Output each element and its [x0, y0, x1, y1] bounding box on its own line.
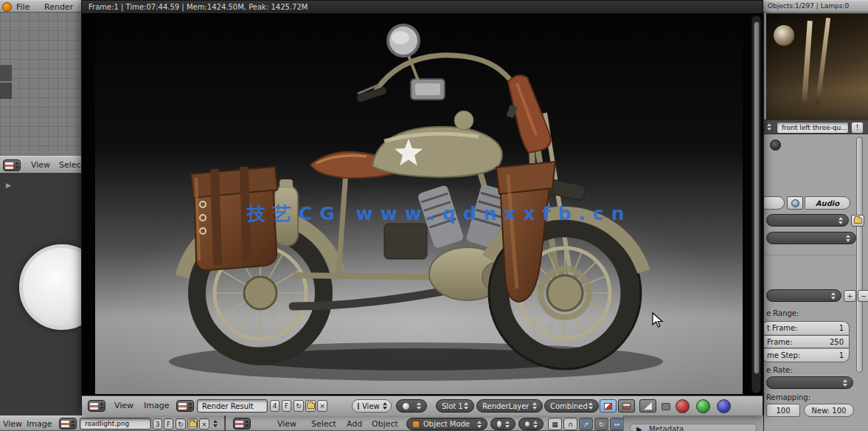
editor-type-button[interactable]: [59, 418, 77, 430]
audio-sibling-button[interactable]: [763, 196, 785, 210]
color-alpha-toggle[interactable]: [618, 399, 635, 413]
alpha-ramp-toggle[interactable]: [639, 399, 656, 413]
render-scrollbar[interactable]: [751, 15, 761, 393]
save-image-button[interactable]: [305, 400, 316, 412]
photo-vignette: [766, 90, 868, 120]
display-mode-label: View: [362, 402, 380, 410]
sphere-dropdown[interactable]: [396, 399, 427, 413]
manipulator-scale-button[interactable]: ↔: [610, 418, 623, 430]
unlink-button[interactable]: ×: [199, 418, 209, 430]
datablock-icon: [178, 403, 187, 410]
open-folder-button[interactable]: [851, 215, 864, 227]
fake-user-button[interactable]: F: [282, 400, 291, 412]
speaker-icon: [791, 199, 799, 207]
browse-datablock-button[interactable]: [176, 400, 194, 412]
unlink-button[interactable]: ×: [317, 400, 327, 412]
mode-label: Object Mode: [423, 420, 470, 428]
image-datablock-field[interactable]: roadlight.png: [80, 418, 151, 430]
refresh-button[interactable]: ↻: [294, 400, 304, 412]
format-dropdown[interactable]: [766, 232, 856, 244]
menu-render[interactable]: Render: [44, 0, 73, 13]
remove-preset-button[interactable]: −: [858, 290, 868, 302]
image-name-bar: front left three-qu... !: [764, 120, 868, 134]
3d-viewport-grid[interactable]: [0, 13, 81, 156]
viewport-object-dark: [0, 83, 12, 99]
render-canvas[interactable]: 技艺CG www.qdnxxfb.cn: [82, 14, 763, 396]
manipulator-translate-button[interactable]: ↗: [579, 418, 593, 430]
slot-dropdown[interactable]: Slot 1: [436, 399, 474, 413]
end-frame-value: 250: [830, 338, 844, 346]
snap-magnet-button[interactable]: ∩: [563, 418, 577, 430]
remap-old-field[interactable]: 100: [766, 404, 800, 417]
pass-label: Combined: [550, 402, 588, 410]
frame-rate-dropdown[interactable]: [766, 376, 853, 389]
menu-view[interactable]: View: [277, 416, 296, 431]
menu-view[interactable]: View: [114, 398, 133, 413]
green-channel-button[interactable]: [696, 399, 710, 413]
refresh-button[interactable]: ↻: [176, 418, 186, 430]
panel-collapse-arrow-icon[interactable]: ▶: [6, 182, 11, 189]
blue-channel-button[interactable]: [717, 399, 731, 413]
output-dropdown[interactable]: [766, 214, 849, 227]
editor-type-button[interactable]: [3, 159, 21, 171]
folder-icon: [307, 403, 315, 409]
menu-file[interactable]: File: [16, 0, 29, 13]
menu-select[interactable]: Select: [59, 157, 81, 173]
menu-add[interactable]: Add: [347, 416, 362, 431]
info-header-right: Objects:1/297 | Lamps:0: [763, 0, 868, 13]
speaker-button[interactable]: [787, 196, 803, 210]
frame-rate-label: e Rate:: [766, 366, 793, 374]
remap-new-field[interactable]: New: 100: [804, 404, 854, 417]
render-result-field[interactable]: Render Result: [197, 399, 268, 413]
shading-dropdown[interactable]: [490, 418, 515, 430]
audio-button[interactable]: Audio: [805, 196, 850, 210]
open-image-button[interactable]: [187, 418, 198, 430]
menu-view[interactable]: View: [31, 157, 50, 173]
panel-scrollbar[interactable]: [856, 137, 863, 373]
manipulator-rotate-button[interactable]: ↻: [594, 418, 608, 430]
render-stats-bar: Frame:1 | Time:07:44.59 | Mem:1424.50M, …: [82, 1, 763, 14]
blender-screen: File Render View Select ▶ Objects:1/297 …: [0, 0, 868, 431]
updown-arrows-icon: [532, 402, 537, 410]
menu-image[interactable]: Image: [144, 398, 169, 413]
frame-range-label: e Range:: [766, 309, 799, 317]
start-frame-field[interactable]: t Frame: 1: [763, 321, 850, 334]
red-channel-button[interactable]: [676, 399, 690, 413]
frame-step-field[interactable]: me Step: 1: [763, 349, 850, 362]
render-layer-dropdown[interactable]: RenderLayer: [476, 399, 543, 413]
pivot-dropdown[interactable]: [518, 418, 544, 430]
render-scrollbar-thumb[interactable]: [754, 21, 760, 374]
start-frame-label: t Frame:: [767, 324, 798, 332]
render-pass-dropdown[interactable]: Combined: [544, 399, 599, 413]
editor-type-button[interactable]: [233, 418, 251, 430]
image-editor-header: View Image roadlight.png 3 F ↻ ×: [0, 416, 225, 431]
menu-image[interactable]: Image: [27, 416, 52, 431]
updown-arrows-icon: [417, 402, 421, 410]
ramp-triangle-icon: [644, 402, 652, 410]
display-mode-dropdown[interactable]: View: [352, 399, 392, 413]
menu-view[interactable]: View: [3, 416, 22, 431]
rearview-mirror: [388, 25, 419, 56]
menu-object[interactable]: Object: [372, 416, 398, 431]
end-frame-field[interactable]: Frame: 250: [763, 335, 850, 348]
users-count-button[interactable]: 3: [153, 418, 162, 430]
updown-arrows-icon: [245, 420, 249, 427]
editor-type-button[interactable]: [88, 400, 105, 412]
fake-user-button[interactable]: F: [164, 418, 173, 430]
camera-name-field[interactable]: front left three-qu...: [777, 122, 849, 134]
mode-dropdown[interactable]: Object Mode: [406, 418, 487, 430]
render-window: Frame:1 | Time:07:44.59 | Mem:1424.50M, …: [81, 0, 763, 416]
small-toggle[interactable]: [662, 403, 670, 410]
users-count-button[interactable]: 4: [270, 400, 280, 412]
header-arrows-icon[interactable]: [213, 420, 218, 427]
browse-arrows-icon[interactable]: [767, 123, 771, 131]
preset-dropdown[interactable]: [766, 289, 841, 302]
pin-button[interactable]: !: [851, 122, 864, 134]
draw-image-toggle[interactable]: [600, 399, 617, 413]
metadata-panel-header[interactable]: ▶ Metadata: [630, 424, 757, 431]
add-preset-button[interactable]: +: [844, 290, 856, 302]
layers-button[interactable]: ▦: [548, 418, 562, 430]
remapping-label: Remapping:: [766, 393, 810, 401]
menu-select[interactable]: Select: [311, 416, 336, 431]
render-image: 技艺CG www.qdnxxfb.cn: [95, 17, 743, 394]
